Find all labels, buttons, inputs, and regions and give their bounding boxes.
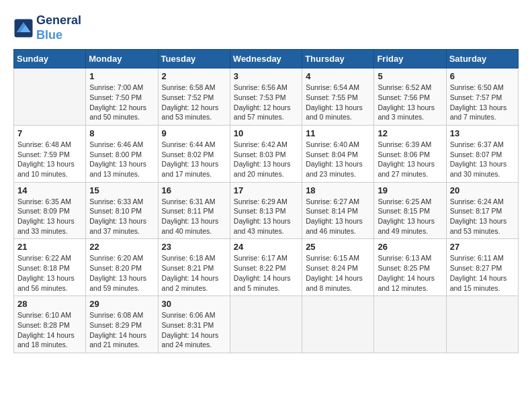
calendar-cell: 7Sunrise: 6:48 AM Sunset: 7:59 PM Daylig… bbox=[14, 125, 86, 182]
calendar-week-row: 7Sunrise: 6:48 AM Sunset: 7:59 PM Daylig… bbox=[14, 125, 519, 182]
day-number: 15 bbox=[89, 185, 154, 195]
day-number: 20 bbox=[450, 185, 515, 195]
calendar-cell: 22Sunrise: 6:20 AM Sunset: 8:20 PM Dayli… bbox=[86, 239, 158, 296]
day-number: 11 bbox=[306, 128, 370, 138]
calendar-cell: 15Sunrise: 6:33 AM Sunset: 8:10 PM Dayli… bbox=[86, 182, 158, 239]
page-header: General Blue bbox=[13, 13, 519, 42]
day-number: 22 bbox=[89, 242, 154, 252]
weekday-header-wednesday: Wednesday bbox=[230, 50, 302, 68]
cell-content: Sunrise: 6:40 AM Sunset: 8:04 PM Dayligh… bbox=[306, 140, 370, 179]
cell-content: Sunrise: 6:35 AM Sunset: 8:09 PM Dayligh… bbox=[17, 197, 82, 236]
weekday-header-sunday: Sunday bbox=[14, 50, 86, 68]
calendar-cell: 1Sunrise: 7:00 AM Sunset: 7:50 PM Daylig… bbox=[86, 68, 158, 126]
weekday-header-thursday: Thursday bbox=[302, 50, 374, 68]
calendar-cell: 13Sunrise: 6:37 AM Sunset: 8:07 PM Dayli… bbox=[446, 125, 518, 182]
cell-content: Sunrise: 6:13 AM Sunset: 8:25 PM Dayligh… bbox=[378, 253, 442, 293]
day-number: 18 bbox=[306, 185, 370, 195]
day-number: 19 bbox=[378, 185, 442, 195]
day-number: 9 bbox=[162, 128, 226, 138]
cell-content: Sunrise: 6:15 AM Sunset: 8:24 PM Dayligh… bbox=[306, 253, 370, 293]
weekday-header-friday: Friday bbox=[374, 50, 446, 68]
cell-content: Sunrise: 6:54 AM Sunset: 7:55 PM Dayligh… bbox=[306, 83, 370, 122]
day-number: 6 bbox=[450, 71, 515, 81]
calendar-cell: 20Sunrise: 6:24 AM Sunset: 8:17 PM Dayli… bbox=[446, 182, 518, 239]
calendar-cell: 26Sunrise: 6:13 AM Sunset: 8:25 PM Dayli… bbox=[374, 239, 446, 296]
day-number: 5 bbox=[378, 71, 442, 81]
calendar-cell: 18Sunrise: 6:27 AM Sunset: 8:14 PM Dayli… bbox=[302, 182, 374, 239]
calendar-week-row: 1Sunrise: 7:00 AM Sunset: 7:50 PM Daylig… bbox=[14, 68, 519, 126]
cell-content: Sunrise: 6:27 AM Sunset: 8:14 PM Dayligh… bbox=[306, 197, 370, 236]
day-number: 27 bbox=[450, 242, 515, 252]
cell-content: Sunrise: 6:22 AM Sunset: 8:18 PM Dayligh… bbox=[17, 253, 82, 293]
day-number: 29 bbox=[89, 299, 154, 309]
calendar-cell: 19Sunrise: 6:25 AM Sunset: 8:15 PM Dayli… bbox=[374, 182, 446, 239]
weekday-header-row: SundayMondayTuesdayWednesdayThursdayFrid… bbox=[14, 50, 519, 68]
cell-content: Sunrise: 6:58 AM Sunset: 7:52 PM Dayligh… bbox=[162, 83, 226, 122]
calendar-cell: 21Sunrise: 6:22 AM Sunset: 8:18 PM Dayli… bbox=[14, 239, 86, 296]
weekday-header-tuesday: Tuesday bbox=[158, 50, 230, 68]
day-number: 13 bbox=[450, 128, 515, 138]
day-number: 2 bbox=[162, 71, 226, 81]
calendar-cell: 9Sunrise: 6:44 AM Sunset: 8:02 PM Daylig… bbox=[158, 125, 230, 182]
weekday-header-monday: Monday bbox=[86, 50, 158, 68]
calendar-week-row: 14Sunrise: 6:35 AM Sunset: 8:09 PM Dayli… bbox=[14, 182, 519, 239]
calendar-cell bbox=[302, 296, 374, 353]
calendar-cell: 24Sunrise: 6:17 AM Sunset: 8:22 PM Dayli… bbox=[230, 239, 302, 296]
cell-content: Sunrise: 6:06 AM Sunset: 8:31 PM Dayligh… bbox=[162, 310, 226, 350]
cell-content: Sunrise: 6:37 AM Sunset: 8:07 PM Dayligh… bbox=[450, 140, 515, 179]
cell-content: Sunrise: 6:20 AM Sunset: 8:20 PM Dayligh… bbox=[89, 253, 154, 293]
calendar-week-row: 28Sunrise: 6:10 AM Sunset: 8:28 PM Dayli… bbox=[14, 296, 519, 353]
cell-content: Sunrise: 6:17 AM Sunset: 8:22 PM Dayligh… bbox=[234, 253, 298, 293]
calendar-cell: 5Sunrise: 6:52 AM Sunset: 7:56 PM Daylig… bbox=[374, 68, 446, 126]
day-number: 10 bbox=[234, 128, 298, 138]
cell-content: Sunrise: 6:42 AM Sunset: 8:03 PM Dayligh… bbox=[234, 140, 298, 179]
calendar-cell: 2Sunrise: 6:58 AM Sunset: 7:52 PM Daylig… bbox=[158, 68, 230, 126]
day-number: 16 bbox=[162, 185, 226, 195]
day-number: 28 bbox=[17, 299, 82, 309]
cell-content: Sunrise: 6:25 AM Sunset: 8:15 PM Dayligh… bbox=[378, 197, 442, 236]
day-number: 12 bbox=[378, 128, 442, 138]
cell-content: Sunrise: 6:52 AM Sunset: 7:56 PM Dayligh… bbox=[378, 83, 442, 122]
cell-content: Sunrise: 6:56 AM Sunset: 7:53 PM Dayligh… bbox=[234, 83, 298, 122]
calendar-cell: 16Sunrise: 6:31 AM Sunset: 8:11 PM Dayli… bbox=[158, 182, 230, 239]
day-number: 25 bbox=[306, 242, 370, 252]
cell-content: Sunrise: 6:29 AM Sunset: 8:13 PM Dayligh… bbox=[234, 197, 298, 236]
logo-text: General Blue bbox=[36, 13, 81, 42]
calendar-cell: 12Sunrise: 6:39 AM Sunset: 8:06 PM Dayli… bbox=[374, 125, 446, 182]
cell-content: Sunrise: 6:50 AM Sunset: 7:57 PM Dayligh… bbox=[450, 83, 515, 122]
cell-content: Sunrise: 7:00 AM Sunset: 7:50 PM Dayligh… bbox=[89, 83, 154, 122]
calendar-cell: 23Sunrise: 6:18 AM Sunset: 8:21 PM Dayli… bbox=[158, 239, 230, 296]
calendar-cell: 8Sunrise: 6:46 AM Sunset: 8:00 PM Daylig… bbox=[86, 125, 158, 182]
day-number: 14 bbox=[17, 185, 82, 195]
cell-content: Sunrise: 6:44 AM Sunset: 8:02 PM Dayligh… bbox=[162, 140, 226, 179]
calendar-cell bbox=[446, 296, 518, 353]
calendar-cell: 10Sunrise: 6:42 AM Sunset: 8:03 PM Dayli… bbox=[230, 125, 302, 182]
day-number: 30 bbox=[162, 299, 226, 309]
day-number: 17 bbox=[234, 185, 298, 195]
logo: General Blue bbox=[13, 13, 81, 42]
day-number: 21 bbox=[17, 242, 82, 252]
logo-icon bbox=[13, 18, 34, 38]
day-number: 23 bbox=[162, 242, 226, 252]
calendar-cell: 25Sunrise: 6:15 AM Sunset: 8:24 PM Dayli… bbox=[302, 239, 374, 296]
cell-content: Sunrise: 6:24 AM Sunset: 8:17 PM Dayligh… bbox=[450, 197, 515, 236]
calendar-table: SundayMondayTuesdayWednesdayThursdayFrid… bbox=[13, 49, 519, 353]
calendar-cell: 28Sunrise: 6:10 AM Sunset: 8:28 PM Dayli… bbox=[14, 296, 86, 353]
calendar-week-row: 21Sunrise: 6:22 AM Sunset: 8:18 PM Dayli… bbox=[14, 239, 519, 296]
day-number: 8 bbox=[89, 128, 154, 138]
day-number: 3 bbox=[234, 71, 298, 81]
day-number: 7 bbox=[17, 128, 82, 138]
calendar-cell: 29Sunrise: 6:08 AM Sunset: 8:29 PM Dayli… bbox=[86, 296, 158, 353]
calendar-cell: 27Sunrise: 6:11 AM Sunset: 8:27 PM Dayli… bbox=[446, 239, 518, 296]
cell-content: Sunrise: 6:48 AM Sunset: 7:59 PM Dayligh… bbox=[17, 140, 82, 179]
cell-content: Sunrise: 6:10 AM Sunset: 8:28 PM Dayligh… bbox=[17, 310, 82, 350]
cell-content: Sunrise: 6:18 AM Sunset: 8:21 PM Dayligh… bbox=[162, 253, 226, 293]
calendar-cell: 6Sunrise: 6:50 AM Sunset: 7:57 PM Daylig… bbox=[446, 68, 518, 126]
calendar-cell: 17Sunrise: 6:29 AM Sunset: 8:13 PM Dayli… bbox=[230, 182, 302, 239]
weekday-header-saturday: Saturday bbox=[446, 50, 518, 68]
cell-content: Sunrise: 6:46 AM Sunset: 8:00 PM Dayligh… bbox=[89, 140, 154, 179]
calendar-cell: 11Sunrise: 6:40 AM Sunset: 8:04 PM Dayli… bbox=[302, 125, 374, 182]
day-number: 24 bbox=[234, 242, 298, 252]
day-number: 1 bbox=[89, 71, 154, 81]
calendar-cell: 30Sunrise: 6:06 AM Sunset: 8:31 PM Dayli… bbox=[158, 296, 230, 353]
